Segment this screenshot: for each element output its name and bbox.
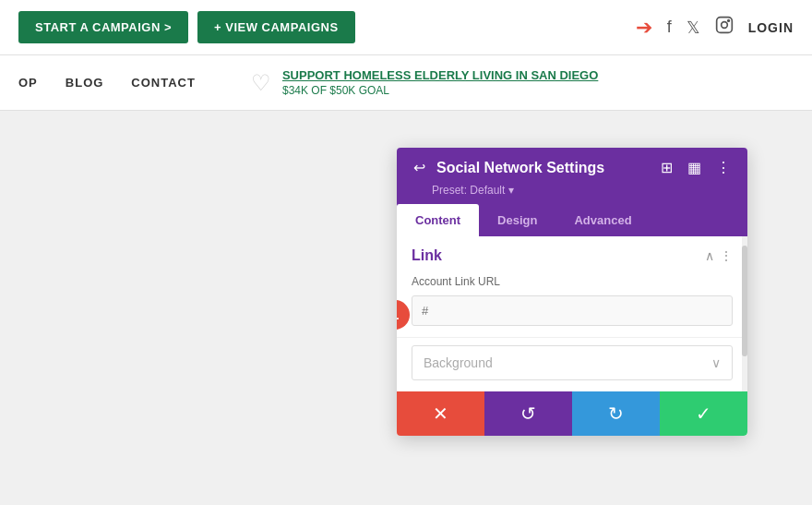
panel-body: Link ∧ ⋮ Account Link URL 1 Background ∨ <box>397 236 747 391</box>
cancel-button[interactable]: ✕ <box>397 391 484 436</box>
panel-preset: Preset: Default <box>397 182 747 204</box>
scroll-bar[interactable] <box>742 236 747 391</box>
nav-bar: OP BLOG CONTACT ♡ SUPPORT HOMELESS ELDER… <box>0 55 812 111</box>
section-collapse-button[interactable]: ∧ <box>705 248 714 263</box>
redo-button[interactable]: ↻ <box>572 391 660 436</box>
undo-button[interactable]: ↺ <box>484 391 572 436</box>
top-bar: START A CAMPAIGN > + VIEW CAMPAIGNS ➔ f … <box>0 0 812 55</box>
account-link-input[interactable] <box>412 295 733 326</box>
tab-content[interactable]: Content <box>397 204 479 236</box>
preset-dropdown[interactable]: Preset: Default <box>432 184 514 197</box>
campaign-title[interactable]: SUPPORT HOMELESS ELDERLY LIVING IN SAN D… <box>282 68 598 82</box>
section-title: Link <box>412 247 442 264</box>
settings-panel: ↩ Social Network Settings ⊞ ▦ ⋮ Preset: … <box>397 148 747 436</box>
campaign-goal: $34K OF $50K GOAL <box>282 84 598 97</box>
login-button[interactable]: LOGIN <box>748 20 794 35</box>
main-content: ↩ Social Network Settings ⊞ ▦ ⋮ Preset: … <box>0 111 812 505</box>
confirm-button[interactable]: ✓ <box>660 391 747 436</box>
chevron-down-icon: ∨ <box>711 355 721 370</box>
nav-item-blog[interactable]: BLOG <box>66 76 104 90</box>
section-header-icons: ∧ ⋮ <box>705 248 733 263</box>
arrow-icon: ➔ <box>636 16 652 40</box>
svg-rect-0 <box>716 18 732 33</box>
background-section: Background ∨ <box>397 338 747 391</box>
account-link-label: Account Link URL <box>397 271 747 292</box>
step-badge: 1 <box>397 300 410 330</box>
panel-toolbar: ✕ ↺ ↻ ✓ <box>397 391 747 436</box>
panel-back-button[interactable]: ↩ <box>410 157 429 178</box>
scroll-thumb <box>742 246 747 356</box>
top-bar-right: ➔ f 𝕏 LOGIN <box>636 16 794 40</box>
link-section: Link ∧ ⋮ Account Link URL 1 <box>397 236 747 338</box>
campaign-text: SUPPORT HOMELESS ELDERLY LIVING IN SAN D… <box>282 68 598 97</box>
section-header: Link ∧ ⋮ <box>397 236 747 271</box>
facebook-icon[interactable]: f <box>667 18 672 37</box>
tab-advanced[interactable]: Advanced <box>555 204 650 236</box>
twitter-icon[interactable]: 𝕏 <box>687 18 700 38</box>
view-campaigns-button[interactable]: + VIEW CAMPAIGNS <box>197 11 355 43</box>
nav-item-contact[interactable]: CONTACT <box>131 76 196 90</box>
panel-header-left: ↩ Social Network Settings <box>410 157 604 178</box>
tab-design[interactable]: Design <box>479 204 555 236</box>
panel-header-right: ⊞ ▦ ⋮ <box>657 157 734 178</box>
section-more-button[interactable]: ⋮ <box>720 248 733 263</box>
top-bar-left: START A CAMPAIGN > + VIEW CAMPAIGNS <box>18 11 355 43</box>
svg-point-2 <box>727 20 729 22</box>
campaign-info: ♡ SUPPORT HOMELESS ELDERLY LIVING IN SAN… <box>251 68 598 97</box>
account-link-field-wrap: 1 <box>397 292 747 337</box>
panel-header: ↩ Social Network Settings ⊞ ▦ ⋮ <box>397 148 747 182</box>
start-campaign-button[interactable]: START A CAMPAIGN > <box>18 11 188 43</box>
heart-icon[interactable]: ♡ <box>251 70 271 96</box>
svg-point-1 <box>721 22 727 29</box>
panel-tabs: Content Design Advanced <box>397 204 747 236</box>
instagram-icon[interactable] <box>715 16 734 39</box>
panel-more-button[interactable]: ⋮ <box>712 157 734 178</box>
nav-item-op[interactable]: OP <box>18 76 38 90</box>
panel-title: Social Network Settings <box>436 160 604 176</box>
background-label: Background <box>424 355 493 370</box>
panel-expand-button[interactable]: ⊞ <box>657 157 676 178</box>
panel-layout-button[interactable]: ▦ <box>684 157 705 178</box>
background-dropdown[interactable]: Background ∨ <box>412 345 733 380</box>
